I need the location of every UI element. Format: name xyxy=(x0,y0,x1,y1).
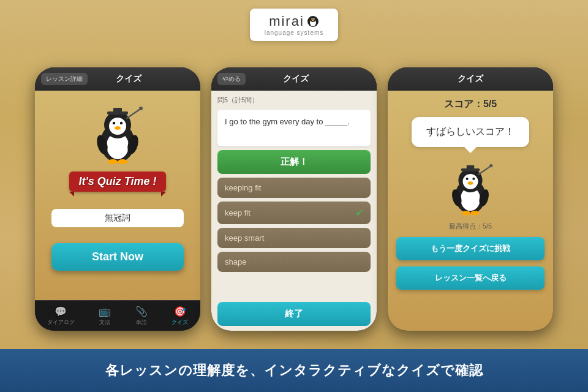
start-now-button[interactable]: Start Now xyxy=(51,243,184,271)
quiz-nav-icon: 🎯 xyxy=(174,306,186,317)
svg-point-39 xyxy=(470,211,479,215)
phone2-topbar: やめる クイズ xyxy=(211,67,377,91)
svg-point-32 xyxy=(472,178,475,180)
phone1-topbar: レッスン詳細 クイズ xyxy=(35,67,200,91)
correct-label: 正解！ xyxy=(217,150,371,174)
svg-point-7 xyxy=(312,20,314,21)
phone2-title: クイズ xyxy=(283,74,309,85)
logo-subtitle: language systems xyxy=(265,29,324,36)
phone1-screen: It's Quiz Time ! 無冠詞 Start Now xyxy=(35,91,200,300)
phone3-screen: スコア：5/5 すばらしいスコア！ xyxy=(388,91,553,331)
svg-line-34 xyxy=(478,166,491,174)
phone-3: クイズ スコア：5/5 すばらしいスコア！ xyxy=(388,67,553,331)
svg-rect-41 xyxy=(467,165,474,170)
back-button[interactable]: レッスン一覧へ戻る xyxy=(396,266,545,290)
logo-text: mirai xyxy=(269,13,304,29)
svg-point-16 xyxy=(115,126,121,130)
penguin-container-1 xyxy=(90,103,145,167)
svg-point-18 xyxy=(139,107,143,110)
svg-point-21 xyxy=(108,159,118,164)
svg-point-15 xyxy=(120,122,123,124)
penguin-icon-1 xyxy=(90,103,145,164)
speech-bubble: すばらしいスコア！ xyxy=(412,117,529,147)
nav-quiz[interactable]: 🎯 クイズ xyxy=(172,306,188,326)
finish-button[interactable]: 終了 xyxy=(217,302,371,326)
phones-container: レッスン詳細 クイズ xyxy=(0,49,588,349)
vocab-icon: 📎 xyxy=(135,306,148,317)
logo-box: mirai language systems xyxy=(250,9,339,41)
nav-dialog[interactable]: 💬 ダイアログ xyxy=(47,306,75,326)
screen2-inner: 問5（計5間） I go to the gym every day to ___… xyxy=(211,91,377,331)
screen3-inner: スコア：5/5 すばらしいスコア！ xyxy=(388,91,553,331)
grammar-icon: 📺 xyxy=(99,306,111,317)
nav-vocab[interactable]: 📎 単語 xyxy=(135,306,148,326)
nav-grammar-label: 文法 xyxy=(99,318,110,326)
phone-2: やめる クイズ 問5（計5間） I go to the gym every da… xyxy=(211,67,377,331)
svg-point-38 xyxy=(462,211,470,215)
checkmark-icon: ✔ xyxy=(355,207,363,219)
nav-quiz-label: クイズ xyxy=(172,318,188,326)
svg-point-2 xyxy=(311,17,315,22)
answer-option-2[interactable]: keep fit ✔ xyxy=(217,202,371,224)
question-count: 問5（計5間） xyxy=(217,96,371,105)
answer-option-4-text: shape xyxy=(225,257,246,266)
phone2-back-button[interactable]: やめる xyxy=(217,73,246,85)
quiz-banner: It's Quiz Time ! xyxy=(69,172,167,192)
nav-dialog-label: ダイアログ xyxy=(47,318,75,326)
bottom-banner: 各レッスンの理解度を、インタラクティブなクイズで確認 xyxy=(0,349,588,392)
svg-point-35 xyxy=(489,164,492,167)
bottom-banner-text: 各レッスンの理解度を、インタラクティブなクイズで確認 xyxy=(105,361,483,380)
nav-grammar[interactable]: 📺 文法 xyxy=(99,306,111,326)
score-label: スコア：5/5 xyxy=(444,98,497,111)
phone3-topbar: クイズ xyxy=(388,67,553,91)
svg-point-22 xyxy=(118,159,127,164)
lesson-tag: 無冠詞 xyxy=(51,209,184,227)
answer-option-2-text: keep fit xyxy=(225,208,251,217)
svg-point-33 xyxy=(468,181,473,184)
header: mirai language systems xyxy=(0,0,588,49)
svg-rect-24 xyxy=(113,108,122,113)
phone-1: レッスン詳細 クイズ xyxy=(35,67,200,331)
svg-point-28 xyxy=(463,174,478,189)
answer-option-3[interactable]: keep smart xyxy=(217,228,371,248)
svg-point-6 xyxy=(314,18,314,19)
logo-penguin-icon xyxy=(307,15,319,28)
svg-point-31 xyxy=(466,178,469,180)
penguin-icon-3 xyxy=(446,160,495,216)
answer-option-1-text: keeping fit xyxy=(225,183,261,192)
best-score: 最高得点：5/5 xyxy=(449,222,492,231)
quiz-banner-text: It's Quiz Time ! xyxy=(79,175,157,188)
phone1-nav: 💬 ダイアログ 📺 文法 📎 単語 🎯 クイズ xyxy=(35,300,200,331)
answer-option-4[interactable]: shape xyxy=(217,252,371,272)
answer-option-3-text: keep smart xyxy=(225,233,264,243)
question-box: I go to the gym every day to _____. xyxy=(217,110,371,146)
retry-button[interactable]: もう一度クイズに挑戦 xyxy=(396,237,545,260)
svg-line-17 xyxy=(127,109,140,118)
dialog-icon: 💬 xyxy=(55,306,67,317)
phone1-back-button[interactable]: レッスン詳細 xyxy=(41,73,88,85)
phone1-title: クイズ xyxy=(116,74,141,85)
svg-point-14 xyxy=(113,122,115,124)
phone2-screen: 問5（計5間） I go to the gym every day to ___… xyxy=(211,91,377,331)
nav-vocab-label: 単語 xyxy=(136,318,147,326)
answer-option-1[interactable]: keeping fit xyxy=(217,178,371,198)
logo-title: mirai xyxy=(269,13,319,29)
svg-point-5 xyxy=(312,18,312,19)
phone3-title: クイズ xyxy=(458,74,483,85)
